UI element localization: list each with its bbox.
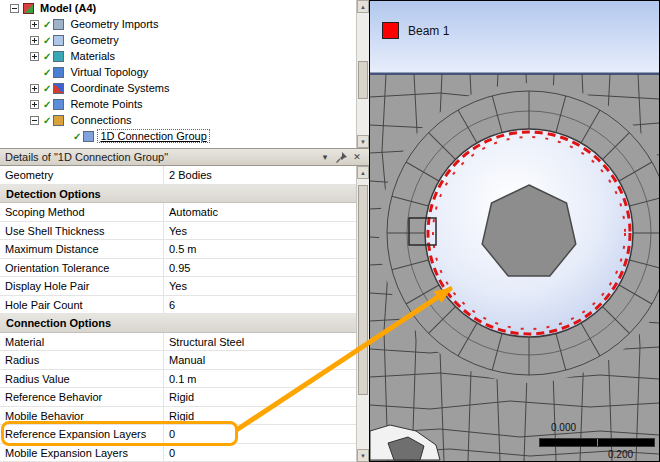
details-title: Details of "1D Connection Group" [5, 151, 316, 163]
property-value[interactable]: Rigid [164, 388, 356, 406]
mesh-scene [370, 1, 659, 461]
table-row: Geometry 2 Bodies [0, 166, 356, 185]
connection-group-icon [83, 131, 94, 142]
tree-item-label: Model (A4) [38, 2, 98, 14]
geometry-icon [53, 35, 64, 46]
property-value[interactable]: 0 [164, 444, 356, 462]
scroll-up-icon[interactable] [357, 0, 369, 13]
connections-icon [53, 115, 64, 126]
property-value[interactable]: Rigid [164, 407, 356, 425]
scrollbar-track[interactable] [357, 179, 369, 449]
tree-item-1d-connection-group[interactable]: 1D Connection Group [0, 128, 356, 144]
tree-item-connections[interactable]: Connections [0, 112, 356, 128]
scrollbar-track[interactable] [357, 13, 369, 135]
check-icon [43, 35, 51, 46]
chevron-down-icon[interactable] [318, 150, 332, 164]
virtual-topology-icon [53, 67, 64, 78]
scroll-up-icon[interactable] [357, 166, 369, 179]
property-value[interactable]: 2 Bodies [164, 166, 356, 184]
check-icon [43, 67, 51, 78]
materials-icon [53, 51, 64, 62]
table-row: Scoping Method Automatic [0, 203, 356, 222]
property-value[interactable]: 0.95 [164, 259, 356, 277]
property-label: Orientation Tolerance [0, 259, 164, 277]
table-row: Reference Behavior Rigid [0, 388, 356, 407]
tree-item-materials[interactable]: Materials [0, 48, 356, 64]
check-icon [43, 99, 51, 110]
table-row: Radius Value 0.1 m [0, 370, 356, 389]
property-value[interactable]: Automatic [164, 203, 356, 221]
check-icon [43, 19, 51, 30]
tree-item-label: Materials [68, 50, 117, 62]
category-row[interactable]: Detection Options [0, 185, 356, 204]
details-panel: Geometry 2 Bodies Detection Options Scop… [0, 166, 356, 462]
property-value[interactable]: Manual [164, 351, 356, 369]
property-label: Radius [0, 351, 164, 369]
scroll-down-icon[interactable] [357, 449, 369, 462]
table-row: Display Hole Pair Yes [0, 277, 356, 296]
legend-divider [370, 73, 659, 76]
graphics-viewport[interactable]: Beam 1 0.000 0.200 [369, 0, 660, 462]
expand-icon[interactable] [30, 84, 39, 93]
scrollbar-thumb[interactable] [358, 61, 368, 99]
check-icon [43, 83, 51, 94]
property-label: Mobile Expansion Layers [0, 444, 164, 462]
property-label: Geometry [0, 166, 164, 184]
table-row: Use Shell Thickness Yes [0, 222, 356, 241]
property-label: Display Hole Pair [0, 277, 164, 295]
tree-item-geometry-imports[interactable]: Geometry Imports [0, 16, 356, 32]
property-label: Reference Expansion Layers [0, 425, 164, 443]
beam-color-swatch [382, 22, 399, 39]
tree-item-model[interactable]: Model (A4) [0, 0, 356, 16]
tree-item-label: Remote Points [68, 98, 144, 110]
check-icon [73, 131, 81, 142]
table-row: Mobile Behavior Rigid [0, 407, 356, 426]
tree-item-label: Virtual Topology [68, 66, 150, 78]
scroll-down-icon[interactable] [357, 135, 369, 148]
category-label: Connection Options [0, 314, 117, 332]
table-row: Radius Manual [0, 351, 356, 370]
property-value[interactable]: Structural Steel [164, 333, 356, 351]
property-value[interactable]: Yes [164, 277, 356, 295]
property-label: Mobile Behavior [0, 407, 164, 425]
scrollbar-thumb[interactable] [358, 185, 368, 395]
tree-item-label: Connections [68, 114, 133, 126]
check-icon [43, 115, 51, 126]
table-row: Maximum Distance 0.5 m [0, 240, 356, 259]
beam-legend-label: Beam 1 [408, 24, 449, 38]
expand-icon[interactable] [30, 20, 39, 29]
pin-icon[interactable] [334, 150, 348, 164]
model-icon [23, 3, 34, 14]
property-value[interactable]: 0.1 m [164, 370, 356, 388]
tree-scrollbar[interactable] [356, 0, 369, 148]
expand-icon[interactable] [30, 52, 39, 61]
close-icon[interactable] [350, 150, 364, 164]
geometry-imports-icon [53, 19, 64, 30]
scale-min-label: 0.000 [551, 422, 576, 433]
tree-item-coordinate-systems[interactable]: Coordinate Systems [0, 80, 356, 96]
scale-bar [539, 438, 655, 447]
expand-icon[interactable] [30, 100, 39, 109]
property-value[interactable]: 6 [164, 296, 356, 314]
property-label: Radius Value [0, 370, 164, 388]
category-label: Detection Options [0, 185, 107, 203]
tree-item-geometry[interactable]: Geometry [0, 32, 356, 48]
property-value[interactable]: Yes [164, 222, 356, 240]
coordinate-systems-icon [53, 83, 64, 94]
expand-icon[interactable] [30, 36, 39, 45]
property-value[interactable]: 0 [164, 425, 356, 443]
collapse-icon[interactable] [30, 116, 39, 125]
category-row[interactable]: Connection Options [0, 314, 356, 333]
tree-item-remote-points[interactable]: Remote Points [0, 96, 356, 112]
details-scrollbar[interactable] [356, 166, 369, 462]
details-caption-bar: Details of "1D Connection Group" [0, 148, 369, 166]
tree-item-label: Geometry [68, 34, 120, 46]
collapse-icon[interactable] [10, 4, 19, 13]
remote-points-icon [53, 99, 64, 110]
property-value[interactable]: 0.5 m [164, 240, 356, 258]
tree-item-virtual-topology[interactable]: Virtual Topology [0, 64, 356, 80]
outline-tree-panel: Model (A4) Geometry Imports Geometry Mat… [0, 0, 356, 148]
tree-item-label: Geometry Imports [68, 18, 160, 30]
table-row: Orientation Tolerance 0.95 [0, 259, 356, 278]
check-icon [43, 51, 51, 62]
